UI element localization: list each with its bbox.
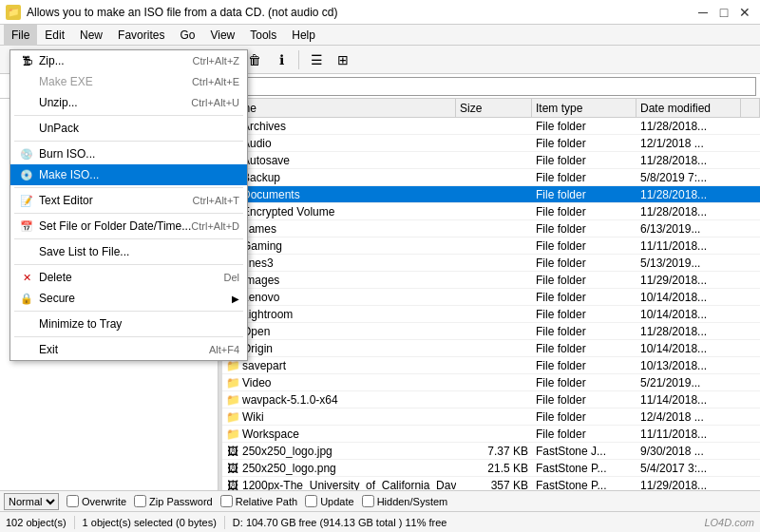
table-row[interactable]: 📁LightroomFile folder10/14/2018... xyxy=(222,306,760,323)
table-row[interactable]: 📁LenovoFile folder10/14/2018... xyxy=(222,289,760,306)
file-name-cell: 📁Images xyxy=(222,274,456,287)
hiddensystem-checkbox[interactable] xyxy=(362,495,374,507)
file-type-icon: 🖼 xyxy=(226,462,239,475)
update-checkbox[interactable] xyxy=(305,495,317,507)
file-name-cell: 📁Wiki xyxy=(222,410,456,424)
file-name-text: 250x250_logo.png xyxy=(242,462,336,475)
toolbar-btn-list[interactable]: ☰ xyxy=(304,48,329,72)
minimize-button[interactable]: ─ xyxy=(694,3,712,22)
file-name-text: 1200px-The_University_of_California_Davi… xyxy=(242,479,456,491)
file-date-cell: 5/13/2019... xyxy=(636,256,741,270)
menu-item-savelisttofile[interactable]: Save List to File... xyxy=(10,241,247,262)
file-type-cell: File folder xyxy=(532,274,636,287)
maximize-button[interactable]: □ xyxy=(714,3,733,22)
file-name-cell: 📁Lightroom xyxy=(222,308,456,321)
menu-item-icon: 💿 xyxy=(18,146,35,162)
menu-item-zip[interactable]: 🗜Zip...Ctrl+Alt+Z xyxy=(10,50,247,71)
table-row[interactable]: 📁GamingFile folder11/11/2018... xyxy=(222,238,760,255)
menu-item-burniso[interactable]: 💿Burn ISO... xyxy=(10,143,247,164)
menu-item-exit[interactable]: ExitAlt+F4 xyxy=(10,339,247,360)
table-row[interactable]: 📁AutosaveFile folder11/28/2018... xyxy=(222,152,760,169)
menu-item-label: Minimize to Tray xyxy=(39,317,122,331)
menu-edit[interactable]: Edit xyxy=(37,25,72,46)
close-button[interactable]: ✕ xyxy=(735,3,754,22)
menu-view[interactable]: View xyxy=(202,25,242,46)
file-date-cell: 5/8/2019 7:... xyxy=(636,171,741,184)
menu-item-delete[interactable]: ✕DeleteDel xyxy=(10,267,247,288)
menu-item-makeiso[interactable]: 💿Make ISO... xyxy=(10,164,247,185)
col-date[interactable]: Date modified xyxy=(636,99,741,118)
file-date-cell: 11/29/2018... xyxy=(636,274,741,287)
file-name-cell: 📁Lenovo xyxy=(222,291,456,304)
col-type[interactable]: Item type xyxy=(532,99,636,118)
file-type-cell: FastStone P... xyxy=(532,462,636,475)
table-row[interactable]: 📁AudioFile folder12/1/2018 ... xyxy=(222,135,760,152)
title-text: Allows you to make an ISO file from a da… xyxy=(27,6,694,19)
table-row[interactable]: 📁ImagesFile folder11/29/2018... xyxy=(222,272,760,289)
submenu-arrow-icon: ▶ xyxy=(232,294,239,304)
menu-file[interactable]: File xyxy=(4,25,37,46)
menu-item-unzip[interactable]: Unzip...Ctrl+Alt+U xyxy=(10,92,247,113)
app-logo: LO4D.com xyxy=(704,517,754,528)
table-row[interactable]: 🖼250x250_logo.png21.5 KBFastStone P...5/… xyxy=(222,460,760,477)
table-row[interactable]: 📁Encrypted VolumeFile folder11/28/2018..… xyxy=(222,203,760,220)
file-name-text: Gaming xyxy=(242,239,282,253)
zippassword-checkbox[interactable] xyxy=(134,495,146,507)
menu-help[interactable]: Help xyxy=(284,25,323,46)
menu-separator xyxy=(14,213,243,214)
menu-go[interactable]: Go xyxy=(172,25,202,46)
col-extra xyxy=(741,99,760,118)
table-row[interactable]: 📁gnes3File folder5/13/2019... xyxy=(222,255,760,272)
menu-item-icon xyxy=(18,342,35,357)
relativepath-checkbox-label: Relative Path xyxy=(220,495,297,507)
toolbar-btn-detail[interactable]: ⊞ xyxy=(331,48,355,72)
title-bar: 📁 Allows you to make an ISO file from a … xyxy=(0,0,760,25)
table-row[interactable]: 📁ArchivesFile folder11/28/2018... xyxy=(222,118,760,135)
menu-favorites[interactable]: Favorites xyxy=(110,25,172,46)
table-row[interactable]: 📁gamesFile folder6/13/2019... xyxy=(222,220,760,238)
menu-new[interactable]: New xyxy=(72,25,110,46)
menu-item-label: Set File or Folder Date/Time... xyxy=(39,219,191,233)
menu-item-shortcut: Ctrl+Alt+Z xyxy=(193,55,240,66)
menu-tools[interactable]: Tools xyxy=(242,25,284,46)
relativepath-checkbox[interactable] xyxy=(220,495,233,507)
col-size[interactable]: Size xyxy=(456,99,532,118)
table-row[interactable]: 📁savepartFile folder10/13/2018... xyxy=(222,357,760,374)
table-row[interactable]: 🖼1200px-The_University_of_California_Dav… xyxy=(222,477,760,490)
menu-item-minimizetotray[interactable]: Minimize to Tray xyxy=(10,314,247,334)
file-name-cell: 🖼1200px-The_University_of_California_Dav… xyxy=(222,479,456,491)
table-row[interactable]: 📁BackupFile folder5/8/2019 7:... xyxy=(222,169,760,186)
menu-item-texteditor[interactable]: 📝Text EditorCtrl+Alt+T xyxy=(10,190,247,211)
table-row[interactable]: 📁WikiFile folder12/4/2018 ... xyxy=(222,408,760,426)
file-name-text: Wiki xyxy=(242,410,264,424)
menu-bar: File Edit New Favorites Go View Tools He… xyxy=(0,25,760,46)
file-date-cell: 10/14/2018... xyxy=(636,291,741,304)
file-date-cell: 9/30/2018 ... xyxy=(636,445,741,458)
col-name[interactable]: Name xyxy=(222,99,456,118)
table-row[interactable]: 🖼250x250_logo.jpg7.37 KBFastStone J...9/… xyxy=(222,443,760,460)
menu-item-unpack[interactable]: UnPack xyxy=(10,118,247,139)
menu-separator xyxy=(14,311,243,312)
toolbar-btn-props[interactable]: ℹ xyxy=(269,48,294,72)
mode-select[interactable]: NormalFastBest xyxy=(4,493,59,510)
table-row[interactable]: 📁OpenFile folder11/28/2018... xyxy=(222,323,760,340)
menu-item-label: Make EXE xyxy=(39,75,93,88)
table-row[interactable]: 📁wavpack-5.1.0-x64File folder11/14/2018.… xyxy=(222,391,760,408)
overwrite-checkbox[interactable] xyxy=(66,495,79,507)
table-row[interactable]: 📁OriginFile folder10/14/2018... xyxy=(222,340,760,357)
file-type-cell: File folder xyxy=(532,410,636,424)
file-list-body[interactable]: 📁ArchivesFile folder11/28/2018...📁AudioF… xyxy=(222,118,760,490)
menu-item-shortcut: Ctrl+Alt+T xyxy=(193,195,240,206)
app-icon: 📁 xyxy=(6,5,21,20)
file-size-cell: 357 KB xyxy=(456,479,532,491)
table-row[interactable]: 📁DocumentsFile folder11/28/2018... xyxy=(222,186,760,203)
menu-item-setfiledate[interactable]: 📅Set File or Folder Date/Time...Ctrl+Alt… xyxy=(10,216,247,237)
table-row[interactable]: 📁WorkspaceFile folder11/11/2018... xyxy=(222,426,760,443)
menu-item-secure[interactable]: 🔒Secure▶ xyxy=(10,288,247,309)
toolbar-sep-4 xyxy=(298,50,299,69)
file-name-text: Archives xyxy=(242,120,286,133)
menu-separator xyxy=(14,187,243,188)
file-type-cell: FastStone P... xyxy=(532,479,636,491)
table-row[interactable]: 📁VideoFile folder5/21/2019... xyxy=(222,374,760,391)
file-date-cell: 11/28/2018... xyxy=(636,325,741,338)
